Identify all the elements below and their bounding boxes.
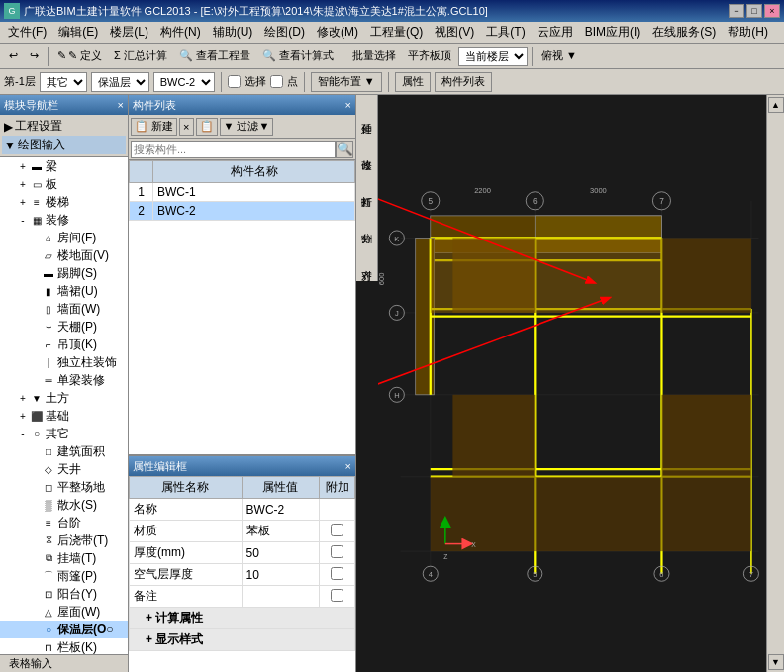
tree-item-room[interactable]: ⌂房间(F) [0, 229, 128, 246]
attr-expand-row-0[interactable]: + 计算属性 [130, 608, 355, 629]
comp-row-2[interactable]: 2BWC-2 [130, 202, 355, 221]
modify-btn[interactable]: 修改 [357, 134, 377, 169]
nav-section-setup[interactable]: ▶ 工程设置 [2, 117, 126, 136]
tree-item-stairs[interactable]: +≡楼梯 [0, 193, 128, 211]
floor-select[interactable]: 当前楼层 [458, 47, 528, 66]
tree-item-insulation[interactable]: ○保温层(O○ [0, 621, 128, 638]
attr-expand-row-1[interactable]: + 显示样式 [130, 629, 355, 651]
menu-item-T[interactable]: 工具(T) [480, 22, 531, 43]
new-comp-btn[interactable]: 📋 新建 [131, 118, 177, 136]
sum-btn[interactable]: Σ 汇总计算 [109, 46, 172, 67]
attr-cell-check-0[interactable] [320, 499, 355, 521]
menu-item-S[interactable]: 在线服务(S) [646, 22, 722, 43]
attr-checkbox-2[interactable] [331, 545, 343, 558]
tree-item-ceiling[interactable]: ⌣天棚(P) [0, 318, 128, 336]
align-top-btn[interactable]: 平齐板顶 [403, 46, 456, 67]
tree-item-beam[interactable]: +▬梁 [0, 157, 128, 175]
tree-item-roof[interactable]: △屋面(W) [0, 603, 128, 621]
view-mode-btn[interactable]: 俯视 ▼ [537, 46, 582, 67]
attr-cell-value-1[interactable]: 苯板 [242, 521, 319, 542]
tree-expand-15[interactable]: - [16, 429, 30, 439]
copy-comp-btn[interactable]: 📋 [196, 118, 218, 136]
menu-item-L[interactable]: 楼层(L) [104, 22, 154, 43]
smart-layout-btn[interactable]: 智能布置 ▼ [311, 72, 382, 92]
attr-cell-check-4[interactable] [320, 586, 355, 608]
layer-select[interactable]: 其它 [40, 72, 87, 92]
select-checkbox[interactable] [228, 75, 241, 88]
tree-expand-3[interactable]: - [16, 215, 30, 226]
comp-list-btn[interactable]: 构件列表 [435, 72, 492, 92]
menu-item-M[interactable]: 修改(M) [311, 22, 364, 43]
attr-panel-close-btn[interactable]: × [345, 460, 351, 472]
component-select[interactable]: BWC-2 BWC-1 [153, 72, 215, 92]
tree-item-baseboard[interactable]: ▬踢脚(S) [0, 264, 128, 282]
canvas-area[interactable]: 延伸 修改 打断 分割 对齐 [356, 95, 784, 672]
break-btn[interactable]: 打断 [357, 170, 377, 206]
align-btn[interactable]: 对齐 [357, 243, 377, 279]
tree-item-suspended[interactable]: ⌐吊顶(K) [0, 336, 128, 353]
batch-select-btn[interactable]: 批量选择 [347, 46, 401, 67]
menu-item-D[interactable]: 绘图(D) [258, 22, 311, 43]
minimize-btn[interactable]: − [729, 4, 744, 18]
tree-item-pavement[interactable]: ▒散水(S) [0, 496, 128, 514]
search-input[interactable] [131, 141, 336, 158]
attr-cell-value-4[interactable] [242, 586, 319, 608]
delete-comp-btn[interactable]: × [179, 118, 193, 136]
redo-btn[interactable]: ↪ [25, 46, 44, 67]
tree-item-grading[interactable]: ◻平整场地 [0, 478, 128, 496]
scroll-down-btn[interactable]: ▼ [768, 654, 784, 670]
tree-item-wall-hang[interactable]: ⧉挂墙(T) [0, 549, 128, 567]
menu-item-U[interactable]: 辅助(U) [207, 22, 259, 43]
tree-item-col-decor[interactable]: |独立柱装饰 [0, 353, 128, 371]
search-btn[interactable]: 🔍 [336, 141, 353, 158]
attr-checkbox-1[interactable] [331, 524, 343, 536]
comp-panel-close-btn[interactable]: × [345, 99, 351, 111]
attr-cell-check-3[interactable] [320, 564, 355, 586]
tree-item-beam-decor[interactable]: ═单梁装修 [0, 371, 128, 389]
attr-checkbox-4[interactable] [331, 589, 343, 602]
view-qty-btn[interactable]: 🔍 查看工程量 [174, 46, 255, 67]
tree-expand-13[interactable]: + [16, 393, 30, 404]
tree-expand-14[interactable]: + [16, 411, 30, 422]
menu-item-N[interactable]: 构件(N) [154, 22, 207, 43]
tree-item-balcony[interactable]: ⊡阳台(Y) [0, 585, 128, 603]
menu-item-E[interactable]: 编辑(E) [52, 22, 104, 43]
tree-item-other[interactable]: -○其它 [0, 425, 128, 442]
menu-item-F[interactable]: 文件(F) [2, 22, 52, 43]
attr-cell-check-1[interactable] [320, 521, 355, 542]
scroll-up-btn[interactable]: ▲ [768, 97, 784, 113]
attr-cell-value-0[interactable]: BWC-2 [242, 499, 319, 521]
tree-item-patio[interactable]: ◇天井 [0, 460, 128, 478]
menu-item-V[interactable]: 视图(V) [429, 22, 480, 43]
maximize-btn[interactable]: □ [746, 4, 762, 18]
nav-panel-close-btn[interactable]: × [118, 99, 124, 111]
tree-expand-0[interactable]: + [16, 161, 30, 172]
close-btn[interactable]: × [764, 4, 780, 18]
menu-item-BIMI[interactable]: BIM应用(I) [579, 22, 647, 43]
view-formula-btn[interactable]: 🔍 查看计算式 [257, 46, 339, 67]
tree-item-foundation[interactable]: +⬛基础 [0, 407, 128, 425]
menu-item-[interactable]: 云应用 [532, 22, 579, 43]
filter-btn[interactable]: ▼ 过滤▼ [220, 118, 274, 136]
attr-cell-check-2[interactable] [320, 542, 355, 564]
tree-item-canopy[interactable]: ⌒雨篷(P) [0, 567, 128, 585]
tree-item-post-pour[interactable]: ⧖后浇带(T) [0, 531, 128, 549]
property-btn[interactable]: 属性 [395, 72, 431, 92]
tree-item-floor[interactable]: ▱楼地面(V) [0, 246, 128, 264]
tree-item-wallface[interactable]: ▯墙面(W) [0, 300, 128, 318]
tree-item-earthwork[interactable]: +▼土方 [0, 389, 128, 407]
tree-item-decor[interactable]: -▦装修 [0, 211, 128, 229]
tree-expand-1[interactable]: + [16, 179, 30, 190]
tree-expand-2[interactable]: + [16, 197, 30, 208]
tree-item-steps[interactable]: ≡台阶 [0, 514, 128, 531]
attr-cell-value-3[interactable]: 10 [242, 564, 319, 586]
layer-type-select[interactable]: 保温层 [91, 72, 149, 92]
tree-item-slab[interactable]: +▭板 [0, 175, 128, 193]
point-checkbox[interactable] [270, 75, 283, 88]
table-format-btn[interactable]: 表格输入 [4, 655, 57, 672]
menu-item-Q[interactable]: 工程量(Q) [364, 22, 429, 43]
comp-row-1[interactable]: 1BWC-1 [130, 183, 355, 202]
tree-item-area[interactable]: □建筑面积 [0, 442, 128, 460]
tree-item-dado[interactable]: ▮墙裙(U) [0, 282, 128, 300]
split-btn[interactable]: 分割 [357, 207, 377, 242]
